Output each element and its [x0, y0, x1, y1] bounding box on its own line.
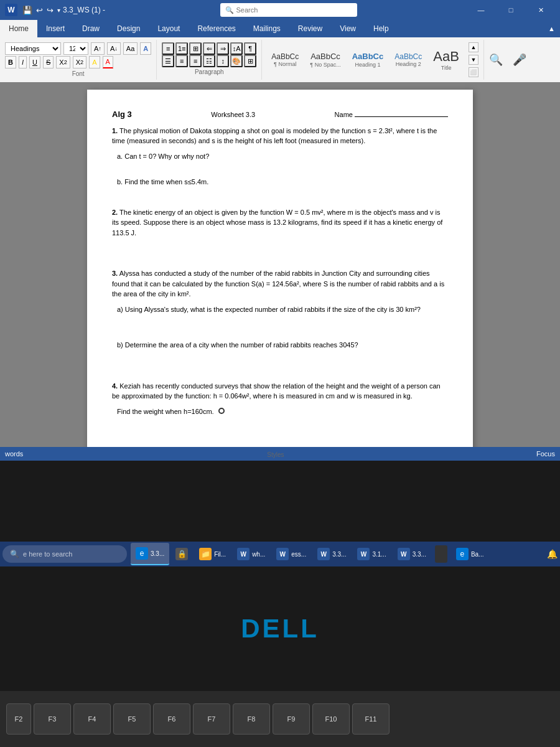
show-formatting-button[interactable]: ¶	[244, 42, 256, 55]
increase-indent-button[interactable]: ⇒	[217, 42, 229, 55]
styles-scroll-down[interactable]: ▼	[469, 55, 478, 65]
style-heading1[interactable]: AaBbCc Heading 1	[348, 50, 388, 70]
line-spacing-button[interactable]: ↕	[217, 55, 229, 67]
sort-button[interactable]: ↕A	[230, 42, 243, 55]
key-f6[interactable]: F6	[153, 703, 190, 735]
subscript-button[interactable]: X2	[56, 56, 70, 68]
taskbar-word2-icon: W	[276, 548, 289, 560]
focus-button[interactable]: Focus	[536, 450, 555, 458]
taskbar-word4-label: 3.1...	[372, 551, 386, 558]
taskbar-file-icon: 📁	[199, 548, 212, 560]
document-page[interactable]: Alg 3 Worksheet 3.3 Name 1. The physical…	[87, 90, 473, 447]
taskbar-search[interactable]: 🔍 e here to search	[2, 545, 127, 563]
title-bar-left: W 💾 ↩ ↪ ▾	[5, 4, 63, 16]
tab-draw[interactable]: Draw	[73, 20, 108, 37]
taskbar-item-lock[interactable]: 🔒	[170, 543, 193, 565]
strikethrough-button[interactable]: S	[43, 56, 54, 68]
search-bar[interactable]: 🔍	[220, 3, 357, 17]
taskbar-item-word5[interactable]: W 3.3...	[393, 543, 431, 565]
style-heading2[interactable]: AaBbCc Heading 2	[390, 50, 426, 69]
font-shrink-button[interactable]: A↓	[107, 42, 121, 55]
numbering-button[interactable]: 1≡	[175, 42, 188, 55]
problem-1: 1. The physical motion of Dakota stoppin…	[112, 126, 448, 187]
problem-1-text: 1. The physical motion of Dakota stoppin…	[112, 126, 448, 146]
font-group: Headings 12 A↑ A↓ Aa A B I U S X2 X2 A A	[0, 40, 157, 80]
taskbar-word1-icon: W	[237, 548, 250, 560]
tab-design[interactable]: Design	[108, 20, 149, 37]
align-left-button[interactable]: ☰	[162, 55, 174, 67]
tab-mailings[interactable]: Mailings	[245, 20, 289, 37]
styles-more[interactable]: ⬜	[469, 67, 478, 77]
style-normal[interactable]: AaBbCc ¶ Normal	[267, 50, 303, 69]
highlight-button[interactable]: A	[89, 56, 100, 68]
tab-layout[interactable]: Layout	[149, 20, 189, 37]
style-nospace[interactable]: AaBbCc ¶ No Spac...	[306, 50, 345, 70]
taskbar-item-files[interactable]: 📁 Fil...	[194, 543, 231, 565]
key-f4[interactable]: F4	[73, 703, 111, 735]
find-icon[interactable]: 🔍	[484, 40, 508, 80]
taskbar-item-edge2[interactable]: e Ba...	[451, 543, 489, 565]
customize-icon[interactable]: ▾	[57, 7, 60, 14]
font-grow-button[interactable]: A↑	[91, 42, 105, 55]
key-f3[interactable]: F3	[34, 703, 71, 735]
decrease-indent-button[interactable]: ⇐	[203, 42, 215, 55]
tab-review[interactable]: Review	[289, 20, 331, 37]
justify-button[interactable]: ☷	[203, 55, 215, 67]
taskbar: 🔍 e here to search e 3.3... 🔒 📁 Fil... W…	[0, 542, 560, 566]
ribbon-content: Headings 12 A↑ A↓ Aa A B I U S X2 X2 A A	[0, 37, 560, 82]
key-f7[interactable]: F7	[193, 703, 230, 735]
taskbar-item-word1[interactable]: W wh...	[232, 543, 270, 565]
style-title[interactable]: AaB Title	[429, 47, 464, 73]
key-f2[interactable]: F2	[6, 703, 31, 735]
key-f8[interactable]: F8	[233, 703, 270, 735]
save-icon[interactable]: 💾	[22, 6, 32, 15]
minimize-button[interactable]: —	[467, 0, 495, 20]
taskbar-edge2-label: Ba...	[471, 551, 484, 558]
italic-button[interactable]: I	[19, 56, 27, 68]
key-f9[interactable]: F9	[273, 703, 310, 735]
tab-references[interactable]: References	[189, 20, 244, 37]
dictate-button[interactable]: 🎤	[508, 40, 531, 80]
problem-1a: a. Can t = 0? Why or why not?	[112, 151, 448, 162]
font-size-select[interactable]: 12	[63, 42, 88, 55]
taskbar-item-word2[interactable]: W ess...	[271, 543, 311, 565]
word-app-icon: W	[5, 4, 17, 16]
bullets-button[interactable]: ≡	[162, 42, 174, 55]
bold-button[interactable]: B	[5, 56, 16, 68]
font-name-select[interactable]: Headings	[5, 42, 61, 55]
paragraph-group-label: Paragraph	[162, 68, 256, 75]
text-effects-button[interactable]: A	[140, 42, 151, 55]
styles-scroll-up[interactable]: ▲	[469, 42, 478, 52]
taskbar-search-text: e here to search	[23, 550, 73, 558]
taskbar-word1-label: wh...	[252, 551, 265, 558]
close-button[interactable]: ✕	[526, 0, 555, 20]
title-bar: W 💾 ↩ ↪ ▾ 3.3_WS (1) - 🔍 — □ ✕	[0, 0, 560, 20]
key-f10[interactable]: F10	[312, 703, 350, 735]
cursor	[218, 408, 225, 414]
undo-icon[interactable]: ↩	[36, 6, 43, 15]
shading-button[interactable]: 🎨	[230, 55, 243, 67]
tab-home[interactable]: Home	[0, 20, 37, 37]
taskbar-item-word4[interactable]: W 3.1...	[352, 543, 391, 565]
tab-help[interactable]: Help	[365, 20, 398, 37]
key-f5[interactable]: F5	[113, 703, 151, 735]
multilevel-list-button[interactable]: ⊞	[189, 42, 202, 55]
align-center-button[interactable]: ≡	[175, 55, 188, 67]
tab-insert[interactable]: Insert	[37, 20, 73, 37]
align-right-button[interactable]: ≡	[189, 55, 202, 67]
taskbar-item-word3[interactable]: W 3.3...	[312, 543, 351, 565]
superscript-button[interactable]: X2	[73, 56, 86, 68]
ribbon-collapse-icon[interactable]: ▲	[543, 20, 560, 37]
redo-icon[interactable]: ↪	[47, 6, 54, 15]
borders-button[interactable]: ⊞	[244, 55, 256, 67]
problem-4: 4. Keziah has recently conducted surveys…	[112, 381, 448, 417]
taskbar-notification-icon[interactable]: 🔔	[547, 549, 558, 559]
maximize-button[interactable]: □	[497, 0, 525, 20]
search-input[interactable]	[236, 6, 352, 14]
taskbar-item-edge[interactable]: e 3.3...	[131, 543, 169, 565]
change-case-button[interactable]: Aa	[123, 42, 138, 55]
tab-view[interactable]: View	[331, 20, 365, 37]
underline-button[interactable]: U	[29, 56, 40, 68]
key-f11[interactable]: F11	[352, 703, 390, 735]
font-color-button[interactable]: A	[103, 56, 113, 68]
